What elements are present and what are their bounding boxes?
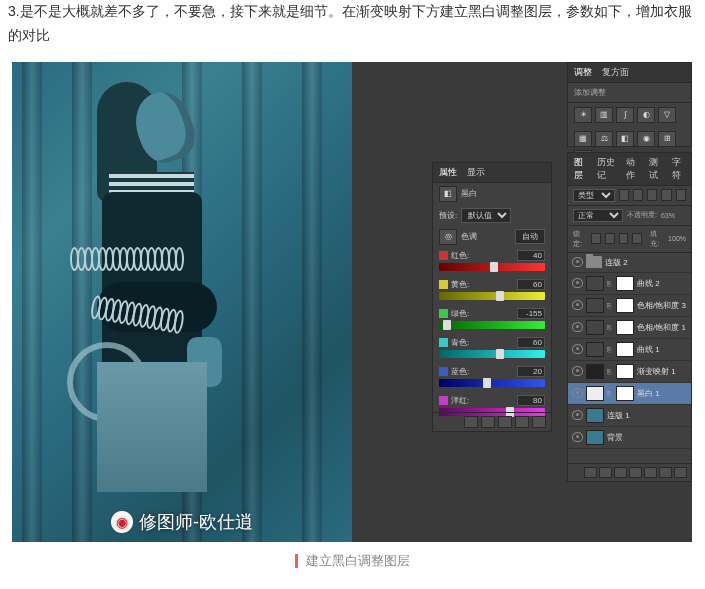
blend-mode-select[interactable]: 正常 bbox=[573, 209, 623, 222]
visibility-eye-icon[interactable] bbox=[572, 410, 583, 420]
slider-value-input[interactable]: -155 bbox=[517, 308, 545, 319]
layer-list[interactable]: 连版 2⎘曲线 2⎘色相/饱和度 3⎘色相/饱和度 1⎘曲线 1⎘渐变映射 1⎘… bbox=[568, 253, 691, 449]
slider-track[interactable] bbox=[439, 350, 545, 358]
layer-name-label[interactable]: 渐变映射 1 bbox=[637, 366, 676, 377]
new-fill-adj-icon[interactable] bbox=[629, 467, 642, 478]
layer-row[interactable]: 连版 1 bbox=[568, 405, 691, 427]
layers-panel-header[interactable]: 图层 历史记 动作 测试 字符 bbox=[568, 153, 691, 186]
layer-mask-icon[interactable] bbox=[614, 467, 627, 478]
visibility-eye-icon[interactable] bbox=[572, 344, 583, 354]
layer-row[interactable]: ⎘色相/饱和度 3 bbox=[568, 295, 691, 317]
slider-thumb[interactable] bbox=[496, 291, 504, 301]
vibrance-icon[interactable]: ▽ bbox=[658, 107, 676, 123]
delete-adjustment-icon[interactable] bbox=[532, 416, 546, 428]
slider-thumb[interactable] bbox=[443, 320, 451, 330]
layer-name-label[interactable]: 曲线 2 bbox=[637, 278, 660, 289]
tint-target-icon[interactable]: ◎ bbox=[439, 229, 457, 245]
slider-value-input[interactable]: 60 bbox=[517, 279, 545, 290]
color-balance-icon[interactable]: ⚖ bbox=[595, 131, 613, 147]
toggle-visibility-icon[interactable] bbox=[515, 416, 529, 428]
properties-tab2[interactable]: 显示 bbox=[467, 166, 485, 179]
slider-value-input[interactable]: 40 bbox=[517, 250, 545, 261]
adjustments-tab[interactable]: 调整 bbox=[574, 66, 592, 79]
layer-row[interactable]: ⎘曲线 2 bbox=[568, 273, 691, 295]
adjustments-icons-row1: ☀ ▥ ∫ ◐ ▽ bbox=[568, 103, 691, 127]
link-icon: ⎘ bbox=[607, 280, 613, 287]
opacity-label: 不透明度: bbox=[627, 210, 657, 220]
visibility-eye-icon[interactable] bbox=[572, 432, 583, 442]
new-group-icon[interactable] bbox=[644, 467, 657, 478]
measure-tab[interactable]: 测试 bbox=[649, 156, 662, 182]
visibility-eye-icon[interactable] bbox=[572, 257, 583, 267]
slider-value-input[interactable]: 60 bbox=[517, 337, 545, 348]
character-tab[interactable]: 字符 bbox=[672, 156, 685, 182]
layer-row[interactable]: ⎘黑白 1 bbox=[568, 383, 691, 405]
fill-value[interactable]: 100% bbox=[668, 235, 686, 242]
lock-transparent-icon[interactable] bbox=[591, 233, 601, 244]
brightness-contrast-icon[interactable]: ☀ bbox=[574, 107, 592, 123]
filter-pixel-icon[interactable] bbox=[619, 189, 629, 201]
layer-name-label[interactable]: 色相/饱和度 1 bbox=[637, 322, 686, 333]
layer-name-label[interactable]: 连版 2 bbox=[605, 257, 628, 268]
layer-row[interactable]: 背景 bbox=[568, 427, 691, 449]
slider-thumb[interactable] bbox=[483, 378, 491, 388]
channel-mixer-icon[interactable]: ⊞ bbox=[658, 131, 676, 147]
lock-position-icon[interactable] bbox=[619, 233, 629, 244]
adjustments-tab2[interactable]: 复方面 bbox=[602, 66, 629, 79]
layer-row[interactable]: 连版 2 bbox=[568, 253, 691, 273]
filter-smart-icon[interactable] bbox=[676, 189, 686, 201]
layer-filter-kind[interactable]: 类型 bbox=[573, 189, 615, 202]
layer-name-label[interactable]: 黑白 1 bbox=[637, 388, 660, 399]
layer-name-label[interactable]: 色相/饱和度 3 bbox=[637, 300, 686, 311]
visibility-eye-icon[interactable] bbox=[572, 366, 583, 376]
delete-layer-icon[interactable] bbox=[674, 467, 687, 478]
adjustments-panel-header[interactable]: 调整 复方面 bbox=[568, 63, 691, 83]
slider-value-input[interactable]: 80 bbox=[517, 395, 545, 406]
clip-to-layer-icon[interactable] bbox=[464, 416, 478, 428]
slider-value-input[interactable]: 20 bbox=[517, 366, 545, 377]
canvas-area[interactable]: ◉ 修图师-欧仕逍 bbox=[12, 62, 352, 542]
auto-button[interactable]: 自动 bbox=[515, 229, 545, 244]
preset-select[interactable]: 默认值 bbox=[461, 208, 511, 223]
visibility-eye-icon[interactable] bbox=[572, 322, 583, 332]
slider-thumb[interactable] bbox=[490, 262, 498, 272]
curves-icon[interactable]: ∫ bbox=[616, 107, 634, 123]
slider-thumb[interactable] bbox=[496, 349, 504, 359]
link-layers-icon[interactable] bbox=[584, 467, 597, 478]
filter-shape-icon[interactable] bbox=[661, 189, 671, 201]
layer-row[interactable]: ⎘渐变映射 1 bbox=[568, 361, 691, 383]
visibility-eye-icon[interactable] bbox=[572, 388, 583, 398]
layers-tab[interactable]: 图层 bbox=[574, 156, 587, 182]
layer-row[interactable]: ⎘曲线 1 bbox=[568, 339, 691, 361]
hue-sat-icon[interactable]: ▦ bbox=[574, 131, 592, 147]
layer-name-label[interactable]: 背景 bbox=[607, 432, 623, 443]
lock-pixels-icon[interactable] bbox=[605, 233, 615, 244]
view-previous-icon[interactable] bbox=[481, 416, 495, 428]
properties-panel-header[interactable]: 属性 显示 bbox=[433, 163, 551, 183]
actions-tab[interactable]: 动作 bbox=[626, 156, 639, 182]
slider-track[interactable] bbox=[439, 321, 545, 329]
reset-icon[interactable] bbox=[498, 416, 512, 428]
levels-icon[interactable]: ▥ bbox=[595, 107, 613, 123]
bw-icon[interactable]: ◧ bbox=[616, 131, 634, 147]
exposure-icon[interactable]: ◐ bbox=[637, 107, 655, 123]
slider-track[interactable] bbox=[439, 292, 545, 300]
lock-all-icon[interactable] bbox=[632, 233, 642, 244]
visibility-eye-icon[interactable] bbox=[572, 300, 583, 310]
layer-row[interactable]: ⎘色相/饱和度 1 bbox=[568, 317, 691, 339]
layer-name-label[interactable]: 连版 1 bbox=[607, 410, 630, 421]
layer-style-icon[interactable] bbox=[599, 467, 612, 478]
layer-name-label[interactable]: 曲线 1 bbox=[637, 344, 660, 355]
new-layer-icon[interactable] bbox=[659, 467, 672, 478]
slider-track[interactable] bbox=[439, 263, 545, 271]
photo-filter-icon[interactable]: ◉ bbox=[637, 131, 655, 147]
mask-thumb bbox=[616, 276, 634, 291]
properties-tab[interactable]: 属性 bbox=[439, 166, 457, 179]
history-tab[interactable]: 历史记 bbox=[597, 156, 616, 182]
adjustment-thumb bbox=[586, 342, 604, 357]
filter-adj-icon[interactable] bbox=[633, 189, 643, 201]
filter-type-icon[interactable] bbox=[647, 189, 657, 201]
visibility-eye-icon[interactable] bbox=[572, 278, 583, 288]
opacity-value[interactable]: 63% bbox=[661, 212, 675, 219]
slider-track[interactable] bbox=[439, 379, 545, 387]
